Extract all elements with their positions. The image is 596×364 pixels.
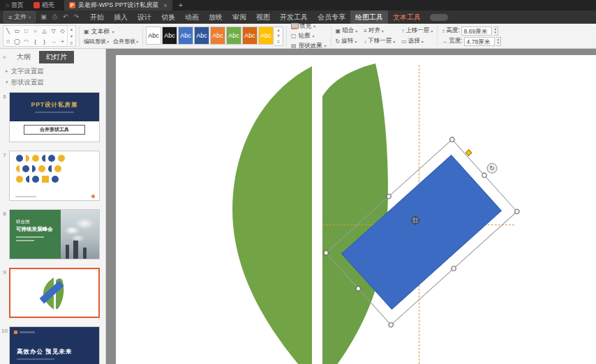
chevron-down-icon: ▾	[107, 39, 109, 44]
height-stepper[interactable]: ▴ ▾	[493, 26, 499, 36]
menu-tab-review[interactable]: 审阅	[228, 10, 251, 24]
menu-tab-design[interactable]: 设计	[133, 10, 156, 24]
arc-shape-icon[interactable]: ◠	[22, 36, 31, 47]
bring-forward-button[interactable]: ↑ 上移一层 ▾	[401, 26, 433, 35]
print-icon[interactable]: ⎙	[52, 13, 57, 21]
docer-button[interactable]: 稻壳	[29, 0, 59, 10]
scroll-up-icon[interactable]: ▴	[68, 26, 75, 33]
style-preset-6[interactable]: Abc	[226, 26, 241, 45]
menu-tab-transition[interactable]: 切换	[156, 10, 180, 24]
pattern-shape	[16, 176, 23, 183]
chevron-down-icon: ▾	[313, 24, 315, 29]
panel-tabs: « 大纲 幻灯片	[0, 49, 105, 66]
new-tab-button[interactable]: +	[179, 1, 183, 9]
circle-shape-icon[interactable]: ○	[31, 26, 40, 36]
selection-handle-n[interactable]	[385, 193, 392, 200]
step-down-icon[interactable]: ▾	[496, 41, 501, 45]
pattern-shape	[26, 176, 29, 183]
subtitle-bar	[17, 358, 54, 360]
send-backward-button[interactable]: ↓ 下移一层 ▾	[364, 37, 395, 45]
slide-panel: « 大纲 幻灯片 ▸ 文字设置篇 ▾ 形状设置篇 6 PPT设计私房菜	[0, 49, 106, 364]
leaf-left-shape[interactable]	[232, 66, 312, 364]
editing-canvas[interactable]: ↻	[106, 49, 596, 364]
triangle-shape-icon[interactable]: △	[40, 26, 49, 36]
menu-tab-drawing-tools[interactable]: 绘图工具	[350, 10, 388, 24]
fill-button[interactable]: 填充 ▾	[291, 22, 327, 31]
send-backward-icon: ↓	[364, 38, 366, 45]
shape-gallery[interactable]: ╲ ▭ □ ○ △ ▽ ◇ ☆ ◯ ◠ { } → + ▴ ▾ ≡	[3, 25, 76, 47]
document-title: 吴老师-WPS PPT设计私房菜	[78, 1, 159, 10]
menu-tab-slideshow[interactable]: 放映	[204, 10, 228, 24]
chevron-down-icon: ▾	[431, 29, 433, 33]
align-button[interactable]: ≡ 对齐 ▾	[364, 26, 395, 35]
brace-right-shape-icon[interactable]: }	[40, 36, 49, 47]
scroll-down-icon[interactable]: ▾	[274, 33, 283, 39]
menu-tab-view[interactable]: 视图	[251, 10, 275, 24]
redo-icon[interactable]: ↷	[74, 13, 80, 21]
file-menu-button[interactable]: ≡ 文件 ▾	[3, 11, 36, 23]
style-preset-8[interactable]: Abc	[258, 26, 274, 45]
step-down-icon[interactable]: ▾	[493, 31, 498, 35]
rotate-button[interactable]: ↻ 旋转 ▾	[336, 37, 358, 45]
square-shape-icon[interactable]: □	[22, 26, 31, 36]
outline-button[interactable]: ▢ 轮廓 ▾	[291, 32, 327, 40]
group-button[interactable]: ▣ 组合 ▾	[336, 26, 358, 35]
text-bar	[16, 236, 44, 238]
scroll-up-icon[interactable]: ▴	[274, 27, 283, 33]
menu-tab-start[interactable]: 开始	[85, 10, 109, 24]
tab-outline[interactable]: 大纲	[10, 51, 38, 63]
style-preset-5[interactable]: Abc	[210, 26, 225, 45]
collapse-panel-icon[interactable]: «	[3, 54, 6, 61]
tab-slides[interactable]: 幻灯片	[39, 51, 74, 63]
style-preset-2[interactable]: Abc	[162, 26, 177, 45]
undo-icon[interactable]: ↶	[63, 13, 68, 21]
menu-tab-text-tools[interactable]: 文本工具	[388, 10, 426, 24]
section-shape-settings[interactable]: ▾ 形状设置篇	[0, 77, 105, 88]
plus-shape-icon[interactable]: +	[58, 36, 67, 47]
height-input[interactable]: 8.69厘米	[461, 26, 492, 36]
slide-9-thumbnail-selected[interactable]	[9, 268, 100, 318]
style-preset-4[interactable]: Abc	[194, 26, 209, 45]
collapsed-arrow-icon: ▸	[6, 68, 8, 74]
document-tab[interactable]: P 吴老师-WPS PPT设计私房菜 ×	[64, 0, 172, 10]
logo-mark	[91, 195, 95, 198]
brace-left-shape-icon[interactable]: {	[31, 36, 40, 47]
rectangle-shape-icon[interactable]: ▭	[13, 26, 22, 36]
gallery-more-icon[interactable]: ≡	[274, 39, 283, 45]
rotate-handle[interactable]: ↻	[487, 163, 498, 174]
style-preset-3[interactable]: Abc	[178, 26, 193, 45]
slide-8-thumbnail[interactable]: 联合国 可持续发展峰会	[9, 209, 100, 259]
merge-shape-button[interactable]: 合并形状▾	[113, 38, 138, 45]
chevron-down-icon: ▾	[136, 39, 138, 44]
close-tab-icon[interactable]: ×	[163, 2, 167, 9]
style-preset-7[interactable]: Abc	[242, 26, 258, 45]
menu-tab-animation[interactable]: 动画	[180, 10, 204, 24]
arrow-shape-icon[interactable]: →	[49, 36, 58, 47]
width-input[interactable]: 4.78厘米	[464, 37, 495, 46]
slide-thumbnail-row: 6 PPT设计私房菜 合并形状工具	[0, 92, 105, 142]
save-icon[interactable]: ▣	[40, 13, 47, 21]
menubar-extra-pill[interactable]	[430, 14, 448, 21]
select-button[interactable]: ▭ 选择 ▾	[401, 37, 433, 45]
section-text-settings[interactable]: ▸ 文字设置篇	[0, 66, 105, 77]
style-preset-1[interactable]: Abc	[146, 26, 161, 45]
chevron-down-icon: ▾	[325, 43, 327, 48]
pattern-row	[10, 165, 99, 172]
line-shape-icon[interactable]: ╲	[3, 26, 13, 36]
star-shape-icon[interactable]: ☆	[3, 36, 13, 47]
triangle-down-shape-icon[interactable]: ▽	[49, 26, 58, 36]
slide-7-thumbnail[interactable]	[9, 151, 100, 201]
textbox-button[interactable]: ▣ 文本框 ▾	[84, 27, 138, 36]
pattern-row	[10, 155, 99, 162]
slide-6-thumbnail[interactable]: PPT设计私房菜 合并形状工具	[9, 92, 100, 142]
scroll-down-icon[interactable]: ▾	[68, 33, 75, 40]
width-stepper[interactable]: ▴ ▾	[496, 37, 502, 46]
edit-shape-button[interactable]: 编辑形状▾	[84, 38, 109, 45]
slide-10-thumbnail[interactable]: 高效办公 预见未来	[9, 326, 100, 364]
menu-tab-insert[interactable]: 插入	[109, 10, 133, 24]
oval-shape-icon[interactable]: ◯	[13, 36, 22, 47]
slide-canvas[interactable]: ↻	[116, 55, 596, 364]
home-button[interactable]: ⌂ 首页	[0, 0, 29, 10]
diamond-shape-icon[interactable]: ◇	[58, 26, 67, 36]
gallery-more-icon[interactable]: ≡	[68, 40, 75, 47]
